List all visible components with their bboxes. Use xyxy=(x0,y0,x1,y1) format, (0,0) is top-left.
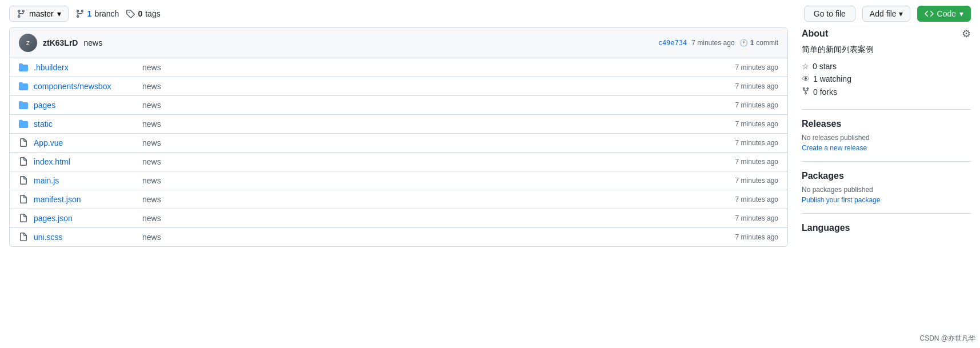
file-commit-msg: news xyxy=(142,119,704,129)
code-button[interactable]: Code ▾ xyxy=(917,6,971,22)
tag-info: 0 tags xyxy=(126,9,160,18)
file-name[interactable]: pages xyxy=(34,101,137,110)
about-section: About ⚙ 简单的新闻列表案例 ☆ 0 stars 👁 1 watching xyxy=(802,27,971,110)
star-icon: ☆ xyxy=(802,62,809,71)
main-layout: z ztK63LrD news c49e734 7 minutes ago 🕐 … xyxy=(9,27,971,247)
branch-info: 1 branch xyxy=(75,9,119,18)
watching-stat: 👁 1 watching xyxy=(802,74,971,83)
file-commit-msg: news xyxy=(142,101,704,110)
file-name[interactable]: uni.scss xyxy=(34,233,137,242)
add-file-dropdown-icon: ▾ xyxy=(899,9,903,18)
packages-subtitle: No packages published xyxy=(802,186,971,194)
branch-name: master xyxy=(29,9,54,18)
file-time: 7 minutes ago xyxy=(710,139,778,147)
commit-header: z ztK63LrD news c49e734 7 minutes ago 🕐 … xyxy=(10,28,787,58)
folder-icon xyxy=(19,82,28,91)
commit-username[interactable]: ztK63LrD xyxy=(43,38,78,47)
releases-title: Releases xyxy=(802,119,971,129)
code-dropdown-icon: ▾ xyxy=(959,9,963,18)
table-row[interactable]: App.vuenews7 minutes ago xyxy=(10,134,787,153)
file-time: 7 minutes ago xyxy=(710,195,778,203)
file-time: 7 minutes ago xyxy=(710,63,778,71)
file-name[interactable]: static xyxy=(34,119,137,129)
stars-stat: ☆ 0 stars xyxy=(802,62,971,71)
releases-section: Releases No releases published Create a … xyxy=(802,119,971,162)
file-browser: z ztK63LrD news c49e734 7 minutes ago 🕐 … xyxy=(9,27,788,247)
languages-title: Languages xyxy=(802,223,971,233)
table-row[interactable]: index.htmlnews7 minutes ago xyxy=(10,153,787,171)
table-row[interactable]: .hbuilderxnews7 minutes ago xyxy=(10,58,787,77)
about-description: 简单的新闻列表案例 xyxy=(802,45,971,55)
table-row[interactable]: uni.scssnews7 minutes ago xyxy=(10,228,787,246)
commit-meta: c49e734 7 minutes ago 🕐 1 commit xyxy=(658,39,778,47)
file-icon xyxy=(19,214,28,223)
file-icon xyxy=(19,157,28,166)
file-name[interactable]: index.html xyxy=(34,157,137,166)
folder-icon xyxy=(19,101,28,110)
forks-label: 0 forks xyxy=(813,87,837,97)
add-file-button[interactable]: Add file ▾ xyxy=(862,6,910,22)
file-name[interactable]: main.js xyxy=(34,176,137,185)
file-commit-msg: news xyxy=(142,82,704,91)
file-commit-msg: news xyxy=(142,157,704,166)
fork-icon xyxy=(802,87,810,97)
file-name[interactable]: components/newsbox xyxy=(34,82,137,91)
commit-message: news xyxy=(83,38,102,47)
file-commit-msg: news xyxy=(142,63,704,72)
file-time: 7 minutes ago xyxy=(710,82,778,90)
file-commit-msg: news xyxy=(142,233,704,242)
file-time: 7 minutes ago xyxy=(710,158,778,166)
table-row[interactable]: main.jsnews7 minutes ago xyxy=(10,171,787,190)
file-commit-msg: news xyxy=(142,138,704,147)
code-label: Code xyxy=(937,9,956,18)
eye-icon: 👁 xyxy=(802,74,810,83)
table-row[interactable]: pages.jsonnews7 minutes ago xyxy=(10,209,787,228)
tag-text: tags xyxy=(145,9,160,18)
file-icon xyxy=(19,176,28,185)
file-time: 7 minutes ago xyxy=(710,214,778,222)
about-header: About ⚙ xyxy=(802,27,971,40)
stars-label: 0 stars xyxy=(813,62,837,71)
avatar: z xyxy=(19,34,37,52)
go-to-file-button[interactable]: Go to file xyxy=(804,6,855,22)
file-list: .hbuilderxnews7 minutes ago components/n… xyxy=(10,58,787,246)
table-row[interactable]: components/newsboxnews7 minutes ago xyxy=(10,77,787,96)
file-name[interactable]: manifest.json xyxy=(34,195,137,204)
file-name[interactable]: App.vue xyxy=(34,138,137,147)
table-row[interactable]: staticnews7 minutes ago xyxy=(10,115,787,134)
commit-time: 7 minutes ago xyxy=(691,39,734,47)
folder-icon xyxy=(19,119,28,129)
branch-text: branch xyxy=(95,9,119,18)
watching-label: 1 watching xyxy=(813,74,851,83)
file-commit-msg: news xyxy=(142,195,704,204)
gear-icon[interactable]: ⚙ xyxy=(962,27,971,40)
branch-dropdown-icon: ▾ xyxy=(57,9,61,18)
releases-subtitle: No releases published xyxy=(802,134,971,142)
file-name[interactable]: pages.json xyxy=(34,214,137,223)
branch-count: 1 xyxy=(87,9,92,18)
create-release-link[interactable]: Create a new release xyxy=(802,144,971,152)
file-icon xyxy=(19,233,28,242)
commit-hash[interactable]: c49e734 xyxy=(658,39,687,47)
packages-section: Packages No packages published Publish y… xyxy=(802,171,971,214)
table-row[interactable]: manifest.jsonnews7 minutes ago xyxy=(10,190,787,209)
branch-selector[interactable]: master ▾ xyxy=(9,6,69,22)
forks-stat: 0 forks xyxy=(802,87,971,97)
languages-section: Languages xyxy=(802,223,971,233)
file-time: 7 minutes ago xyxy=(710,233,778,241)
toolbar: master ▾ 1 branch 0 tags Go to file Add … xyxy=(9,0,971,27)
file-time: 7 minutes ago xyxy=(710,101,778,109)
file-commit-msg: news xyxy=(142,214,704,223)
commit-count: 1 xyxy=(750,39,754,47)
about-title: About xyxy=(802,29,828,39)
sidebar: About ⚙ 简单的新闻列表案例 ☆ 0 stars 👁 1 watching xyxy=(802,27,971,242)
file-time: 7 minutes ago xyxy=(710,177,778,185)
file-name[interactable]: .hbuilderx xyxy=(34,63,137,72)
clock-icon: 🕐 xyxy=(739,39,748,47)
tag-count: 0 xyxy=(138,9,142,18)
commit-link[interactable]: 🕐 1 commit xyxy=(739,39,778,47)
table-row[interactable]: pagesnews7 minutes ago xyxy=(10,96,787,115)
publish-package-link[interactable]: Publish your first package xyxy=(802,196,971,204)
packages-title: Packages xyxy=(802,171,971,181)
commit-label: commit xyxy=(756,39,778,47)
